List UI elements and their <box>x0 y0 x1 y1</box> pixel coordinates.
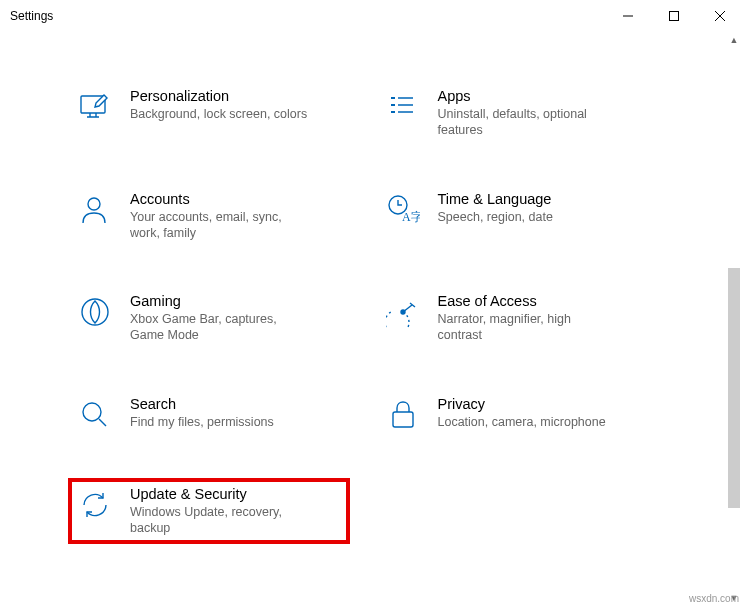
item-title: Apps <box>438 88 618 104</box>
settings-item-personalization[interactable]: Personalization Background, lock screen,… <box>70 82 348 145</box>
content-area: Personalization Background, lock screen,… <box>0 32 743 606</box>
maximize-button[interactable] <box>651 0 697 32</box>
titlebar: Settings <box>0 0 743 32</box>
settings-item-time-language[interactable]: A字 Time & Language Speech, region, date <box>378 185 656 248</box>
item-desc: Background, lock screen, colors <box>130 106 307 122</box>
close-icon <box>715 11 725 21</box>
settings-item-ease-of-access[interactable]: Ease of Access Narrator, magnifier, high… <box>378 287 656 350</box>
settings-item-accounts[interactable]: Accounts Your accounts, email, sync, wor… <box>70 185 348 248</box>
item-title: Gaming <box>130 293 310 309</box>
item-title: Update & Security <box>130 486 310 502</box>
svg-point-6 <box>401 310 405 314</box>
apps-icon <box>384 88 422 126</box>
minimize-icon <box>623 11 633 21</box>
svg-rect-0 <box>670 12 679 21</box>
vertical-scrollbar[interactable]: ▲ ▼ <box>725 32 743 606</box>
privacy-icon <box>384 396 422 434</box>
ease-of-access-icon <box>384 293 422 331</box>
scroll-track[interactable] <box>725 48 743 590</box>
maximize-icon <box>669 11 679 21</box>
gaming-icon <box>76 293 114 331</box>
minimize-button[interactable] <box>605 0 651 32</box>
item-title: Time & Language <box>438 191 553 207</box>
svg-rect-8 <box>393 412 413 427</box>
scroll-thumb[interactable] <box>728 268 740 508</box>
window-controls <box>605 0 743 32</box>
item-title: Search <box>130 396 274 412</box>
update-security-icon <box>76 486 114 524</box>
item-title: Personalization <box>130 88 307 104</box>
personalization-icon <box>76 88 114 126</box>
item-desc: Xbox Game Bar, captures, Game Mode <box>130 311 310 344</box>
item-title: Ease of Access <box>438 293 618 309</box>
settings-grid: Personalization Background, lock screen,… <box>70 82 655 542</box>
time-language-icon: A字 <box>384 191 422 229</box>
item-desc: Uninstall, defaults, optional features <box>438 106 618 139</box>
scroll-up-arrow[interactable]: ▲ <box>725 32 743 48</box>
close-button[interactable] <box>697 0 743 32</box>
svg-point-2 <box>88 198 100 210</box>
settings-item-gaming[interactable]: Gaming Xbox Game Bar, captures, Game Mod… <box>70 287 348 350</box>
settings-grid-container: Personalization Background, lock screen,… <box>0 32 725 606</box>
svg-text:A字: A字 <box>402 210 420 224</box>
item-desc: Windows Update, recovery, backup <box>130 504 310 537</box>
settings-item-search[interactable]: Search Find my files, permissions <box>70 390 348 440</box>
svg-point-7 <box>83 403 101 421</box>
item-desc: Narrator, magnifier, high contrast <box>438 311 618 344</box>
accounts-icon <box>76 191 114 229</box>
item-desc: Speech, region, date <box>438 209 553 225</box>
search-icon <box>76 396 114 434</box>
watermark: wsxdn.com <box>689 593 739 604</box>
item-title: Privacy <box>438 396 606 412</box>
settings-item-apps[interactable]: Apps Uninstall, defaults, optional featu… <box>378 82 656 145</box>
item-desc: Your accounts, email, sync, work, family <box>130 209 310 242</box>
item-desc: Location, camera, microphone <box>438 414 606 430</box>
item-desc: Find my files, permissions <box>130 414 274 430</box>
svg-point-5 <box>82 299 108 325</box>
settings-item-privacy[interactable]: Privacy Location, camera, microphone <box>378 390 656 440</box>
settings-item-update-security[interactable]: Update & Security Windows Update, recove… <box>70 480 348 543</box>
item-title: Accounts <box>130 191 310 207</box>
window-title: Settings <box>10 9 53 23</box>
